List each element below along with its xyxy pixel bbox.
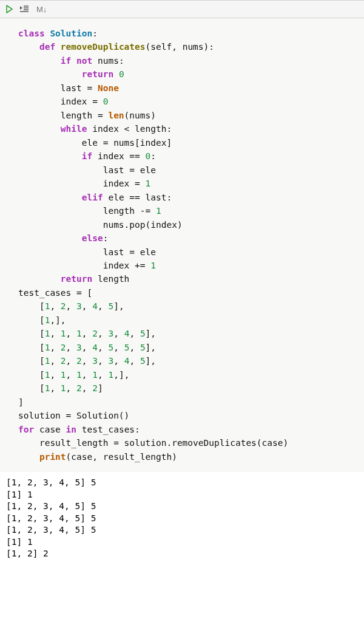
- code-token: return: [61, 274, 92, 284]
- code-token: [113, 69, 119, 79]
- code-token: while: [61, 124, 87, 134]
- code-token: ,: [98, 329, 108, 338]
- code-line[interactable]: [1,],: [18, 313, 358, 327]
- code-token: ,: [98, 356, 108, 366]
- code-token: ],: [113, 301, 124, 311]
- code-line[interactable]: nums.pop(index): [18, 218, 358, 231]
- code-line[interactable]: last = ele: [18, 245, 358, 259]
- code-token: ],: [146, 356, 156, 366]
- code-token: ,: [113, 329, 124, 338]
- code-token: 5: [108, 343, 113, 352]
- code-token: 3: [76, 343, 82, 352]
- code-token: ,: [66, 329, 76, 338]
- code-token: 5: [140, 356, 146, 366]
- code-token: def: [39, 42, 55, 52]
- code-token: ,: [113, 356, 124, 366]
- code-line[interactable]: index = 0: [18, 95, 358, 108]
- code-line[interactable]: index += 1: [18, 259, 358, 272]
- code-line[interactable]: if not nums:: [18, 54, 358, 67]
- code-token: [18, 452, 39, 462]
- code-token: removeDuplicates: [61, 42, 146, 52]
- play-icon: [5, 5, 13, 13]
- code-line[interactable]: [1, 1, 1, 1, 1,],: [18, 368, 358, 382]
- code-token: index ==: [92, 151, 145, 161]
- code-token: ,: [50, 343, 60, 352]
- output-line: [1, 2] 2: [6, 548, 358, 560]
- output-line: [1, 2, 3, 4, 5] 5: [6, 524, 358, 536]
- code-token: ]: [18, 397, 24, 407]
- code-token: [: [18, 343, 45, 352]
- code-line[interactable]: class Solution:: [18, 27, 358, 40]
- code-token: ,: [82, 383, 92, 393]
- output-cell: [1, 2, 3, 4, 5] 5[1] 1[1, 2, 3, 4, 5] 5[…: [0, 472, 364, 566]
- code-token: 3: [108, 329, 113, 338]
- code-line[interactable]: ele = nums[index]: [18, 136, 358, 149]
- code-line[interactable]: result_length = solution.removeDuplicate…: [18, 436, 358, 450]
- code-line[interactable]: last = ele: [18, 163, 358, 177]
- code-line[interactable]: while index < length:: [18, 122, 358, 135]
- code-token: [18, 274, 61, 284]
- code-line[interactable]: solution = Solution(): [18, 409, 358, 422]
- code-token: [: [18, 329, 45, 338]
- code-token: 2: [76, 356, 82, 366]
- code-token: 2: [76, 383, 82, 393]
- code-line[interactable]: for case in test_cases:: [18, 423, 358, 436]
- code-cell[interactable]: class Solution: def removeDuplicates(sel…: [0, 18, 364, 472]
- code-token: solution = Solution(): [18, 411, 129, 420]
- code-line[interactable]: length -= 1: [18, 204, 358, 217]
- code-token: if: [82, 151, 92, 161]
- code-token: length: [92, 274, 129, 284]
- code-line[interactable]: last = None: [18, 81, 358, 95]
- code-line[interactable]: else:: [18, 231, 358, 245]
- code-line[interactable]: if index == 0:: [18, 149, 358, 163]
- code-token: ,: [66, 301, 76, 311]
- code-token: ,: [82, 356, 92, 366]
- code-line[interactable]: elif ele == last:: [18, 191, 358, 204]
- code-line[interactable]: [1, 2, 3, 4, 5, 5, 5],: [18, 341, 358, 354]
- code-token: ,: [66, 343, 76, 352]
- code-line[interactable]: length = len(nums): [18, 109, 358, 122]
- code-token: result_length = solution.removeDuplicate…: [18, 438, 288, 448]
- code-line[interactable]: return 0: [18, 67, 358, 81]
- code-token: if: [61, 56, 71, 66]
- code-token: ,: [82, 301, 92, 311]
- code-token: ,: [82, 343, 92, 352]
- code-token: not: [76, 56, 92, 66]
- run-cell-button[interactable]: [5, 5, 13, 13]
- code-line[interactable]: return length: [18, 272, 358, 286]
- markdown-toggle[interactable]: M↓: [36, 5, 47, 14]
- code-token: else: [82, 233, 103, 243]
- run-by-line-button[interactable]: [19, 5, 29, 13]
- code-line[interactable]: [1, 1, 2, 2]: [18, 382, 358, 395]
- code-token: 3: [76, 301, 82, 311]
- code-token: ele = nums[index]: [18, 138, 172, 148]
- code-line[interactable]: index = 1: [18, 177, 358, 190]
- code-token: test_cases = [: [18, 288, 92, 298]
- code-line[interactable]: print(case, result_length): [18, 450, 358, 464]
- code-token: 2: [61, 343, 66, 352]
- code-token: ,: [82, 370, 92, 380]
- code-token: ,: [66, 383, 76, 393]
- code-token: 1: [150, 261, 156, 270]
- code-line[interactable]: [1, 2, 3, 4, 5],: [18, 299, 358, 313]
- code-token: index +=: [18, 261, 150, 270]
- code-token: length =: [18, 111, 108, 120]
- code-token: ,: [98, 343, 108, 352]
- code-line[interactable]: [1, 1, 1, 2, 3, 4, 5],: [18, 327, 358, 340]
- code-token: ,: [129, 356, 140, 366]
- code-line[interactable]: ]: [18, 395, 358, 409]
- code-token: [: [18, 301, 45, 311]
- code-token: 2: [61, 301, 66, 311]
- code-token: ,: [50, 383, 60, 393]
- code-token: ,: [66, 370, 76, 380]
- code-line[interactable]: test_cases = [: [18, 286, 358, 299]
- code-token: 1: [76, 329, 82, 338]
- code-line[interactable]: [1, 2, 2, 3, 3, 4, 5],: [18, 354, 358, 368]
- code-line[interactable]: def removeDuplicates(self, nums):: [18, 40, 358, 53]
- code-token: print: [39, 452, 66, 462]
- code-token: :: [92, 29, 98, 38]
- code-token: 4: [92, 343, 98, 352]
- code-token: 3: [92, 356, 98, 366]
- code-token: last = ele: [18, 247, 156, 257]
- code-token: ],: [146, 329, 156, 338]
